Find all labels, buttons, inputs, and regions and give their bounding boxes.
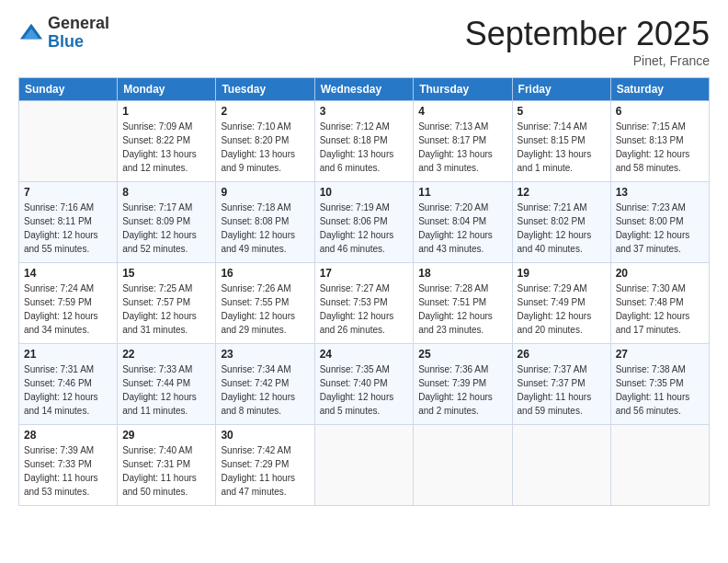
calendar-cell: 29Sunrise: 7:40 AMSunset: 7:31 PMDayligh… [118, 425, 216, 506]
calendar-cell: 12Sunrise: 7:21 AMSunset: 8:02 PMDayligh… [512, 182, 610, 263]
header: General Blue September 2025 Pinet, Franc… [18, 15, 710, 68]
col-friday: Friday [512, 78, 610, 101]
col-thursday: Thursday [414, 78, 512, 101]
day-info: Sunrise: 7:36 AMSunset: 7:39 PMDaylight:… [418, 362, 506, 418]
day-info: Sunrise: 7:09 AMSunset: 8:22 PMDaylight:… [122, 120, 210, 175]
logo-general: General [48, 15, 109, 33]
calendar-cell: 20Sunrise: 7:30 AMSunset: 7:48 PMDayligh… [610, 263, 709, 344]
calendar-cell: 28Sunrise: 7:39 AMSunset: 7:33 PMDayligh… [19, 425, 118, 506]
col-saturday: Saturday [610, 78, 709, 101]
calendar-cell: 4Sunrise: 7:13 AMSunset: 8:17 PMDaylight… [414, 101, 512, 182]
day-info: Sunrise: 7:26 AMSunset: 7:55 PMDaylight:… [221, 282, 309, 337]
day-info: Sunrise: 7:23 AMSunset: 8:00 PMDaylight:… [616, 201, 704, 256]
day-number: 24 [320, 348, 409, 361]
calendar-cell: 19Sunrise: 7:29 AMSunset: 7:49 PMDayligh… [512, 263, 610, 344]
day-number: 20 [616, 267, 704, 280]
calendar-cell: 21Sunrise: 7:31 AMSunset: 7:46 PMDayligh… [19, 344, 118, 425]
calendar-cell: 6Sunrise: 7:15 AMSunset: 8:13 PMDaylight… [610, 101, 709, 182]
day-number: 10 [320, 186, 409, 199]
day-info: Sunrise: 7:18 AMSunset: 8:08 PMDaylight:… [221, 201, 309, 256]
calendar-cell: 16Sunrise: 7:26 AMSunset: 7:55 PMDayligh… [216, 263, 314, 344]
title-block: September 2025 Pinet, France [465, 15, 710, 68]
day-info: Sunrise: 7:17 AMSunset: 8:09 PMDaylight:… [122, 201, 210, 256]
day-number: 14 [24, 267, 112, 280]
month-title: September 2025 [465, 15, 710, 53]
logo-icon [18, 20, 44, 46]
calendar-cell: 1Sunrise: 7:09 AMSunset: 8:22 PMDaylight… [118, 101, 216, 182]
logo: General Blue [18, 15, 109, 52]
location: Pinet, France [465, 53, 710, 68]
day-number: 3 [320, 105, 409, 118]
calendar-week-4: 21Sunrise: 7:31 AMSunset: 7:46 PMDayligh… [19, 344, 710, 425]
calendar-cell: 23Sunrise: 7:34 AMSunset: 7:42 PMDayligh… [216, 344, 314, 425]
day-info: Sunrise: 7:31 AMSunset: 7:46 PMDaylight:… [24, 362, 112, 418]
calendar-cell: 17Sunrise: 7:27 AMSunset: 7:53 PMDayligh… [314, 263, 414, 344]
day-number: 5 [518, 105, 606, 118]
day-number: 30 [221, 429, 309, 442]
day-number: 11 [418, 186, 506, 199]
calendar-cell: 13Sunrise: 7:23 AMSunset: 8:00 PMDayligh… [610, 182, 709, 263]
day-number: 15 [122, 267, 210, 280]
day-number: 19 [518, 267, 606, 280]
day-info: Sunrise: 7:30 AMSunset: 7:48 PMDaylight:… [616, 282, 704, 337]
calendar-cell: 26Sunrise: 7:37 AMSunset: 7:37 PMDayligh… [512, 344, 610, 425]
calendar-cell: 7Sunrise: 7:16 AMSunset: 8:11 PMDaylight… [19, 182, 118, 263]
calendar-week-3: 14Sunrise: 7:24 AMSunset: 7:59 PMDayligh… [19, 263, 710, 344]
day-number: 29 [122, 429, 210, 442]
day-info: Sunrise: 7:34 AMSunset: 7:42 PMDaylight:… [221, 362, 309, 418]
calendar-cell: 27Sunrise: 7:38 AMSunset: 7:35 PMDayligh… [610, 344, 709, 425]
calendar-cell: 9Sunrise: 7:18 AMSunset: 8:08 PMDaylight… [216, 182, 314, 263]
logo-blue: Blue [48, 33, 109, 52]
day-number: 17 [320, 267, 409, 280]
day-info: Sunrise: 7:10 AMSunset: 8:20 PMDaylight:… [221, 120, 309, 175]
day-info: Sunrise: 7:40 AMSunset: 7:31 PMDaylight:… [122, 443, 210, 499]
day-number: 6 [616, 105, 704, 118]
calendar-cell [512, 425, 610, 506]
day-number: 18 [418, 267, 506, 280]
col-monday: Monday [118, 78, 216, 101]
day-info: Sunrise: 7:21 AMSunset: 8:02 PMDaylight:… [518, 201, 606, 256]
calendar-cell: 2Sunrise: 7:10 AMSunset: 8:20 PMDaylight… [216, 101, 314, 182]
day-number: 1 [122, 105, 210, 118]
calendar-cell: 3Sunrise: 7:12 AMSunset: 8:18 PMDaylight… [314, 101, 414, 182]
day-info: Sunrise: 7:35 AMSunset: 7:40 PMDaylight:… [320, 362, 409, 418]
day-number: 4 [418, 105, 506, 118]
day-info: Sunrise: 7:38 AMSunset: 7:35 PMDaylight:… [616, 362, 704, 418]
calendar-cell: 24Sunrise: 7:35 AMSunset: 7:40 PMDayligh… [314, 344, 414, 425]
col-tuesday: Tuesday [216, 78, 314, 101]
calendar-week-2: 7Sunrise: 7:16 AMSunset: 8:11 PMDaylight… [19, 182, 710, 263]
day-number: 9 [221, 186, 309, 199]
calendar-cell [610, 425, 709, 506]
day-info: Sunrise: 7:28 AMSunset: 7:51 PMDaylight:… [418, 282, 506, 337]
day-info: Sunrise: 7:29 AMSunset: 7:49 PMDaylight:… [518, 282, 606, 337]
day-info: Sunrise: 7:37 AMSunset: 7:37 PMDaylight:… [518, 362, 606, 418]
calendar-cell: 25Sunrise: 7:36 AMSunset: 7:39 PMDayligh… [414, 344, 512, 425]
logo-text: General Blue [48, 15, 109, 52]
calendar-cell [314, 425, 414, 506]
calendar-cell [19, 101, 118, 182]
day-number: 26 [518, 348, 606, 361]
day-number: 27 [616, 348, 704, 361]
page: General Blue September 2025 Pinet, Franc… [0, 0, 728, 563]
day-number: 22 [122, 348, 210, 361]
calendar-cell: 18Sunrise: 7:28 AMSunset: 7:51 PMDayligh… [414, 263, 512, 344]
day-number: 16 [221, 267, 309, 280]
day-info: Sunrise: 7:16 AMSunset: 8:11 PMDaylight:… [24, 201, 112, 256]
day-number: 8 [122, 186, 210, 199]
day-info: Sunrise: 7:12 AMSunset: 8:18 PMDaylight:… [320, 120, 409, 175]
calendar-header-row: Sunday Monday Tuesday Wednesday Thursday… [19, 78, 710, 101]
day-number: 23 [221, 348, 309, 361]
calendar-cell: 10Sunrise: 7:19 AMSunset: 8:06 PMDayligh… [314, 182, 414, 263]
day-info: Sunrise: 7:14 AMSunset: 8:15 PMDaylight:… [518, 120, 606, 175]
day-number: 2 [221, 105, 309, 118]
day-number: 21 [24, 348, 112, 361]
day-info: Sunrise: 7:39 AMSunset: 7:33 PMDaylight:… [24, 443, 112, 499]
day-info: Sunrise: 7:33 AMSunset: 7:44 PMDaylight:… [122, 362, 210, 418]
calendar-cell: 8Sunrise: 7:17 AMSunset: 8:09 PMDaylight… [118, 182, 216, 263]
col-sunday: Sunday [19, 78, 118, 101]
day-info: Sunrise: 7:27 AMSunset: 7:53 PMDaylight:… [320, 282, 409, 337]
day-number: 25 [418, 348, 506, 361]
day-info: Sunrise: 7:42 AMSunset: 7:29 PMDaylight:… [221, 443, 309, 499]
calendar-table: Sunday Monday Tuesday Wednesday Thursday… [18, 77, 710, 506]
col-wednesday: Wednesday [314, 78, 414, 101]
